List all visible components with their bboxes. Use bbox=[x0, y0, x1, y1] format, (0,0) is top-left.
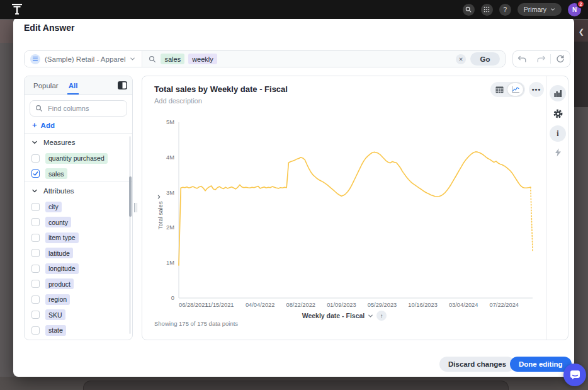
column-item: SKU bbox=[25, 307, 132, 323]
column-chip-city[interactable]: city bbox=[45, 202, 62, 212]
column-chip-sales[interactable]: sales bbox=[45, 168, 67, 179]
redo-icon[interactable] bbox=[532, 51, 551, 67]
avatar-initial: N bbox=[572, 6, 577, 13]
undo-icon[interactable] bbox=[513, 51, 532, 67]
data-source-icon bbox=[30, 54, 40, 64]
column-chip-item-type[interactable]: item type bbox=[45, 232, 79, 243]
svg-text:01/09/2023: 01/09/2023 bbox=[327, 302, 356, 308]
cluster-switcher[interactable]: Primary bbox=[517, 3, 562, 16]
column-list: Measuresquantity purchasedsalesAttribute… bbox=[25, 133, 132, 336]
svg-text:05/29/2023: 05/29/2023 bbox=[368, 302, 397, 308]
tab-all[interactable]: All bbox=[69, 76, 78, 95]
column-item: state bbox=[25, 323, 132, 336]
chat-messenger-icon[interactable] bbox=[563, 364, 586, 386]
help-icon[interactable]: ? bbox=[499, 4, 511, 16]
data-points-count: Showing 175 of 175 data points bbox=[154, 320, 238, 327]
go-button[interactable]: Go bbox=[470, 52, 500, 66]
column-item: county bbox=[25, 215, 132, 231]
data-source-selector[interactable]: (Sample) Retail - Apparel bbox=[25, 51, 142, 67]
checkbox-state[interactable] bbox=[31, 326, 40, 335]
add-label: Add bbox=[41, 122, 55, 129]
column-chip-latitude[interactable]: latitude bbox=[45, 248, 73, 258]
column-item: longitude bbox=[25, 261, 132, 277]
add-description[interactable]: Add description bbox=[154, 97, 202, 105]
find-columns-input[interactable] bbox=[47, 104, 122, 113]
chevron-down-icon[interactable] bbox=[31, 139, 38, 146]
chart-tools-rail: i bbox=[546, 76, 568, 340]
sort-ascending-icon[interactable]: ↑ bbox=[376, 311, 387, 321]
info-icon[interactable]: i bbox=[550, 125, 566, 142]
search-token-sales[interactable]: sales bbox=[161, 54, 184, 64]
cluster-switcher-label: Primary bbox=[524, 6, 546, 13]
chart-mode-icon[interactable] bbox=[507, 83, 523, 96]
column-chip-region[interactable]: region bbox=[45, 294, 70, 305]
svg-text:11/15/2021: 11/15/2021 bbox=[205, 302, 234, 308]
svg-text:08/22/2022: 08/22/2022 bbox=[286, 302, 316, 308]
dimmed-page-left bbox=[0, 19, 13, 390]
collapse-panel-icon[interactable] bbox=[118, 81, 127, 89]
reset-icon[interactable] bbox=[551, 51, 570, 67]
column-chip-state[interactable]: state bbox=[45, 325, 66, 336]
user-avatar[interactable]: N 2 bbox=[568, 3, 581, 16]
find-columns-box bbox=[30, 100, 127, 117]
add-column-button[interactable]: + Add bbox=[25, 119, 132, 133]
svg-text:1M: 1M bbox=[166, 260, 174, 266]
chevron-down-icon[interactable] bbox=[368, 313, 373, 319]
section-label: Attributes bbox=[43, 187, 74, 195]
dimmed-page-right: ❮ bbox=[574, 19, 588, 390]
checkbox-SKU[interactable] bbox=[31, 311, 40, 319]
column-item: city bbox=[25, 199, 132, 215]
display-mode-toggle bbox=[490, 82, 525, 97]
section-measures: Measuresquantity purchasedsales bbox=[25, 134, 132, 181]
settings-gear-icon[interactable] bbox=[550, 105, 566, 122]
thoughtspot-logo-icon[interactable] bbox=[11, 3, 23, 16]
panel-resize-handle[interactable] bbox=[134, 203, 137, 212]
apps-grid-icon[interactable] bbox=[481, 4, 493, 16]
column-chip-quantity-purchased[interactable]: quantity purchased bbox=[45, 153, 108, 164]
edit-answer-modal: Edit Answer (Sample) Retail - Apparel sa… bbox=[13, 18, 574, 377]
column-chip-longitude[interactable]: longitude bbox=[45, 263, 79, 274]
discard-changes-button[interactable]: Discard changes bbox=[439, 357, 515, 372]
checkbox-region[interactable] bbox=[31, 295, 40, 304]
table-mode-icon[interactable] bbox=[492, 83, 507, 96]
section-attributes: Attributescitycountyitem typelatitudelon… bbox=[25, 181, 132, 336]
section-header[interactable]: Measures bbox=[25, 134, 132, 151]
search-token-weekly[interactable]: weekly bbox=[188, 54, 217, 64]
column-chip-product[interactable]: product bbox=[45, 278, 74, 289]
search-icon[interactable] bbox=[463, 4, 475, 16]
clear-search-icon[interactable]: ✕ bbox=[456, 54, 466, 64]
more-options-icon[interactable]: ••• bbox=[529, 82, 544, 97]
chevron-down-icon[interactable] bbox=[31, 188, 38, 194]
x-axis-label[interactable]: Weekly date - Fiscal bbox=[302, 312, 365, 319]
checkbox-item-type[interactable] bbox=[31, 234, 40, 242]
spotiq-bolt-icon[interactable] bbox=[550, 144, 566, 161]
checkbox-latitude[interactable] bbox=[31, 249, 40, 257]
columns-tabs: PopularAll bbox=[25, 76, 132, 95]
column-chip-SKU[interactable]: SKU bbox=[45, 309, 65, 320]
panel-collapse-chevron-icon[interactable]: ❮ bbox=[579, 28, 584, 36]
modal-title: Edit Answer bbox=[24, 23, 74, 33]
column-item: sales bbox=[25, 166, 132, 182]
column-item: product bbox=[25, 277, 132, 292]
notification-badge: 2 bbox=[577, 0, 585, 8]
svg-text:03/04/2024: 03/04/2024 bbox=[449, 302, 478, 308]
column-chip-county[interactable]: county bbox=[45, 217, 71, 227]
checkbox-city[interactable] bbox=[31, 203, 40, 211]
done-editing-button[interactable]: Done editing bbox=[510, 357, 572, 372]
checkbox-product[interactable] bbox=[31, 280, 40, 288]
chart-plot[interactable]: 01M2M3M4M5M06/28/202111/15/202104/04/202… bbox=[150, 119, 542, 309]
checkbox-county[interactable] bbox=[31, 218, 40, 226]
checkbox-longitude[interactable] bbox=[31, 265, 40, 273]
chart-type-icon[interactable] bbox=[550, 85, 566, 101]
search-bar: (Sample) Retail - Apparel salesweekly ✕ … bbox=[24, 50, 506, 67]
search-token-area[interactable]: salesweekly ✕ Go bbox=[142, 51, 505, 67]
columns-panel: PopularAll + Add Measuresquantity purcha… bbox=[24, 76, 133, 340]
svg-text:4M: 4M bbox=[166, 154, 174, 161]
scrollbar-thumb[interactable] bbox=[129, 176, 132, 217]
checkbox-checked-sales[interactable] bbox=[31, 169, 40, 178]
checkbox-quantity-purchased[interactable] bbox=[31, 154, 40, 163]
chart-title: Total sales by Weekly date - Fiscal bbox=[154, 84, 288, 94]
x-axis-control: Weekly date - Fiscal ↑ bbox=[142, 311, 546, 321]
section-header[interactable]: Attributes bbox=[25, 182, 132, 199]
tab-popular[interactable]: Popular bbox=[33, 76, 59, 95]
